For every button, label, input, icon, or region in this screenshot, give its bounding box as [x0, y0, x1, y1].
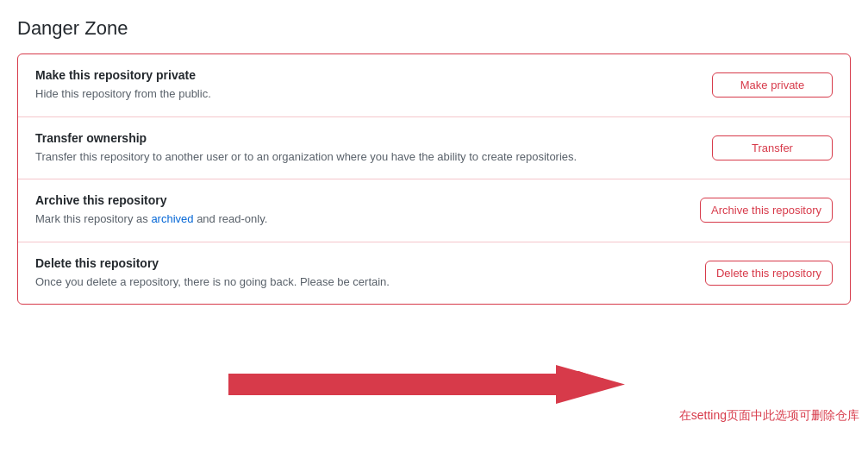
- transfer-title: Transfer ownership: [35, 131, 695, 145]
- make-private-description: Hide this repository from the public.: [35, 85, 695, 103]
- danger-zone: Make this repository private Hide this r…: [17, 53, 851, 305]
- delete-title: Delete this repository: [35, 256, 688, 270]
- svg-marker-2: [228, 365, 625, 404]
- annotation-overlay: 在setting页面中此选项可删除仓库: [0, 375, 868, 427]
- transfer-button[interactable]: Transfer: [712, 135, 833, 160]
- transfer-content: Transfer ownership Transfer this reposit…: [35, 131, 712, 166]
- arrow-svg: [241, 358, 672, 401]
- archive-button[interactable]: Archive this repository: [700, 198, 833, 223]
- delete-button[interactable]: Delete this repository: [705, 261, 833, 286]
- delete-content: Delete this repository Once you delete a…: [35, 256, 705, 291]
- archive-desc-before: Mark this repository as: [35, 212, 151, 225]
- delete-description: Once you delete a repository, there is n…: [35, 274, 688, 291]
- archive-desc-after: and read-only.: [194, 212, 268, 225]
- make-private-content: Make this repository private Hide this r…: [35, 68, 712, 103]
- archive-title: Archive this repository: [35, 193, 683, 207]
- archive-content: Archive this repository Mark this reposi…: [35, 193, 700, 228]
- annotation-text: 在setting页面中此选项可删除仓库: [679, 408, 859, 424]
- transfer-ownership-item: Transfer ownership Transfer this reposit…: [18, 117, 850, 180]
- archive-item: Archive this repository Mark this reposi…: [18, 179, 850, 242]
- delete-item: Delete this repository Once you delete a…: [18, 242, 850, 305]
- make-private-button[interactable]: Make private: [712, 72, 833, 98]
- big-arrow-svg: [228, 361, 642, 408]
- archive-description: Mark this repository as archived and rea…: [35, 211, 683, 228]
- page-title: Danger Zone: [17, 17, 851, 40]
- transfer-description: Transfer this repository to another user…: [35, 148, 695, 166]
- make-private-title: Make this repository private: [35, 68, 695, 82]
- archive-link[interactable]: archived: [151, 212, 193, 225]
- make-private-item: Make this repository private Hide this r…: [18, 54, 850, 117]
